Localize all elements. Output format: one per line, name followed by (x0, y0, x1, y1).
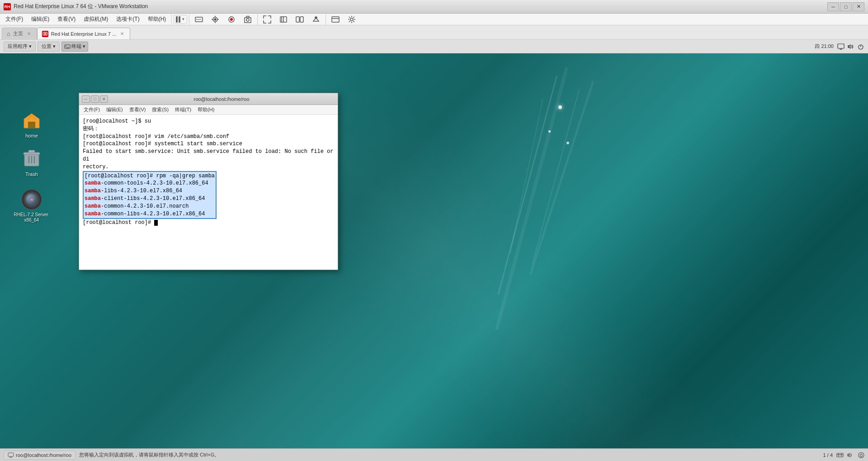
line-samba1: samba-common-tools-4.2.3-10.el7.x86_64 (85, 180, 215, 187)
light-dot2 (548, 130, 551, 133)
close-button[interactable]: ✕ (853, 2, 864, 11)
view-button[interactable] (328, 13, 343, 26)
svg-point-16 (350, 18, 353, 21)
terminal-menu-label: 终端 ▾ (71, 43, 85, 50)
tab-vm[interactable]: Red Hat Enterprise Linux 7 ... ✕ (37, 28, 130, 39)
vmware-window: RH Red Hat Enterprise Linux 7 64 位 - VMw… (0, 0, 868, 461)
terminal-menu-terminal[interactable]: 终端(T) (172, 106, 194, 114)
terminal-menu-edit[interactable]: 编辑(E) (104, 106, 126, 114)
line-samba3: samba-client-libs-4.2.3-10.el7.x86_64 (85, 195, 215, 203)
desktop-icon-trash[interactable]: Trash (14, 146, 50, 179)
separator4 (326, 14, 326, 25)
line-vim: [root@localhost roo]# vim /etc/samba/smb… (83, 133, 334, 141)
samba-prefix-5: samba (85, 211, 101, 217)
samba-prefix-3: samba (85, 195, 101, 202)
record-button[interactable] (224, 13, 239, 26)
maximize-button[interactable]: □ (840, 2, 852, 11)
menu-view[interactable]: 查看(V) (54, 14, 79, 24)
desktop-icon-home[interactable]: home (14, 108, 50, 141)
window-title: Red Hat Enterprise Linux 7 64 位 - VMware… (14, 3, 827, 10)
fullscreen-button[interactable] (259, 13, 275, 26)
pause-button[interactable]: ▼ (174, 15, 187, 24)
terminal-minimize-button[interactable]: ─ (82, 95, 90, 103)
menu-edit[interactable]: 编辑(E) (28, 14, 53, 24)
sys-tray (837, 43, 864, 50)
terminal-title-bar: ─ □ ✕ roo@localhost:/home/roo (79, 93, 338, 105)
trash-icon (21, 148, 42, 170)
svg-rect-12 (300, 17, 303, 22)
settings-button[interactable] (344, 13, 359, 26)
split-button[interactable] (292, 13, 307, 26)
svg-rect-39 (8, 453, 14, 456)
svg-point-9 (246, 19, 249, 21)
menu-help[interactable]: 帮助(H) (144, 14, 170, 24)
line-samba5: samba-common-libs-4.2.3-10.el7.x86_64 (85, 210, 215, 218)
menu-vm[interactable]: 虚拟机(M) (80, 14, 112, 24)
trash-icon-label: Trash (25, 171, 38, 177)
cursor (154, 220, 158, 226)
screen-icon[interactable] (837, 43, 844, 50)
pause-icon (176, 16, 180, 23)
svg-rect-27 (28, 122, 35, 128)
snapshot-button[interactable] (240, 13, 255, 26)
terminal-window: ─ □ ✕ roo@localhost:/home/roo 文件(F) 编辑(E… (79, 93, 338, 270)
terminal-maximize-button[interactable]: □ (91, 95, 99, 103)
terminal-content[interactable]: [roo@localhost ~]$ su 密码： [root@localhos… (79, 115, 338, 270)
line-password: 密码： (83, 125, 334, 133)
status-message: 您将输入定向到该虚拟机，请将鼠标指针移入其中或按 Ctrl+G。 (79, 451, 219, 458)
svg-point-8 (230, 18, 233, 21)
home-icon (21, 109, 42, 131)
menu-file[interactable]: 文件(F) (2, 14, 27, 24)
unity-button[interactable] (308, 13, 324, 26)
line-systemctl: [root@localhost roo]# systemctl start sm… (83, 140, 334, 148)
tab-home-close[interactable]: ✕ (26, 31, 32, 37)
desktop[interactable]: home Trash (0, 53, 868, 448)
status-vm-item[interactable]: roo@localhost:/home/roo (4, 451, 75, 460)
status-vm-label: roo@localhost:/home/roo (16, 452, 71, 458)
app-icon: RH (4, 3, 11, 10)
tab-vm-icon (42, 31, 48, 37)
svg-rect-46 (848, 454, 849, 456)
terminal-menu-file[interactable]: 文件(F) (81, 106, 103, 114)
separator (171, 14, 172, 25)
terminal-menu-search[interactable]: 搜索(S) (149, 106, 171, 114)
menu-tabs[interactable]: 选项卡(T) (113, 14, 143, 24)
status-vm-icon (8, 452, 14, 458)
main-content: home Trash (0, 53, 868, 448)
app-menu-button[interactable]: 应用程序 ▾ (4, 42, 36, 52)
terminal-title: roo@localhost:/home/roo (108, 96, 335, 102)
line-samba4: samba-common-4.2.3-10.el7.noarch (85, 203, 215, 210)
title-bar: RH Red Hat Enterprise Linux 7 64 位 - VMw… (0, 0, 868, 14)
terminal-menu-button[interactable]: 终端 ▾ (61, 42, 88, 52)
fit-button[interactable] (276, 13, 291, 26)
svg-point-38 (31, 199, 33, 200)
samba-prefix-4: samba (85, 203, 101, 209)
menu-bar: 文件(F) 编辑(E) 查看(V) 虚拟机(M) 选项卡(T) 帮助(H) ▼ (0, 14, 868, 25)
disc-icon (21, 189, 42, 210)
tab-home[interactable]: ⌂ 主页 ✕ (2, 28, 37, 39)
power-icon[interactable] (857, 43, 864, 50)
desktop-icon-rhel[interactable]: RHEL-7.2 Server.x86_64 (9, 187, 54, 225)
terminal-window-controls: ─ □ ✕ (82, 95, 108, 103)
home-tab-icon: ⌂ (7, 30, 10, 37)
minimize-button[interactable]: ─ (827, 2, 839, 11)
network-icon (836, 452, 844, 458)
screenshot-button[interactable] (208, 13, 223, 26)
terminal-menu-view[interactable]: 查看(V) (127, 106, 149, 114)
tab-home-label: 主页 (13, 30, 23, 37)
tab-vm-close[interactable]: ✕ (119, 31, 125, 37)
places-menu-button[interactable]: 位置 ▾ (38, 42, 60, 52)
separator3 (257, 14, 258, 25)
terminal-close-button[interactable]: ✕ (100, 95, 108, 103)
send-key-button[interactable] (191, 13, 207, 26)
samba-prefix-1: samba (85, 180, 101, 186)
terminal-menu-bar: 文件(F) 编辑(E) 查看(V) 搜索(S) 终端(T) 帮助(H) (79, 105, 338, 115)
terminal-output: [roo@localhost ~]$ su 密码： [root@localhos… (79, 115, 338, 270)
samba-prefix-2: samba (85, 188, 101, 194)
expand-icon[interactable] (858, 452, 864, 458)
terminal-menu-help[interactable]: 帮助(H) (195, 106, 217, 114)
rhel-icon-label: RHEL-7.2 Server.x86_64 (14, 212, 49, 223)
line-failed2: rectory. (83, 163, 334, 171)
volume-icon[interactable] (847, 43, 854, 50)
line-rpm: [root@localhost roo]# rpm -qa|grep samba (85, 172, 215, 180)
